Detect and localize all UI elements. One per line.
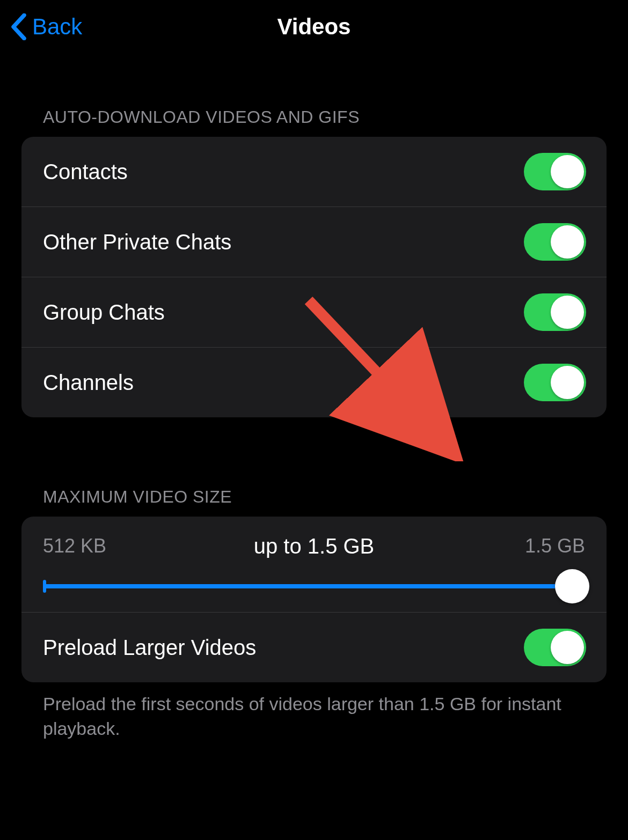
toggle-knob (551, 366, 584, 399)
slider[interactable] (21, 557, 607, 612)
row-contacts: Contacts (21, 137, 607, 207)
maxsize-footer: Preload the first seconds of videos larg… (0, 682, 628, 741)
back-button[interactable]: Back (11, 13, 82, 40)
toggle-knob (551, 155, 584, 188)
toggle-contacts[interactable] (524, 153, 586, 190)
toggle-knob (551, 631, 584, 664)
toggle-knob (551, 225, 584, 259)
slider-current-label: up to 1.5 GB (254, 534, 375, 558)
slider-track (43, 584, 585, 588)
row-channels: Channels (21, 347, 607, 417)
maxsize-group: 512 KB up to 1.5 GB 1.5 GB Preload Large… (21, 517, 607, 682)
toggle-channels[interactable] (524, 364, 586, 401)
toggle-group-chats[interactable] (524, 293, 586, 331)
autodownload-group: Contacts Other Private Chats Group Chats… (21, 137, 607, 417)
row-other-private: Other Private Chats (21, 207, 607, 277)
section-header-maxsize: MAXIMUM VIDEO SIZE (0, 487, 628, 517)
slider-min-label: 512 KB (43, 535, 106, 557)
row-preload-label: Preload Larger Videos (43, 636, 256, 660)
toggle-knob (551, 296, 584, 329)
row-other-private-label: Other Private Chats (43, 230, 231, 254)
row-channels-label: Channels (43, 371, 134, 395)
toggle-preload[interactable] (524, 629, 586, 666)
row-group-chats-label: Group Chats (43, 300, 165, 325)
slider-tick-start (43, 580, 46, 593)
row-group-chats: Group Chats (21, 277, 607, 347)
toggle-other-private[interactable] (524, 223, 586, 261)
row-preload: Preload Larger Videos (21, 613, 607, 682)
chevron-left-icon (11, 13, 27, 40)
row-contacts-label: Contacts (43, 160, 128, 184)
page-title: Videos (278, 14, 351, 40)
navigation-bar: Back Videos (0, 0, 628, 54)
slider-max-label: 1.5 GB (525, 535, 585, 557)
slider-labels: 512 KB up to 1.5 GB 1.5 GB (21, 517, 607, 557)
back-button-label: Back (32, 14, 82, 40)
slider-thumb[interactable] (555, 569, 589, 603)
section-header-autodownload: AUTO-DOWNLOAD VIDEOS AND GIFS (0, 107, 628, 137)
